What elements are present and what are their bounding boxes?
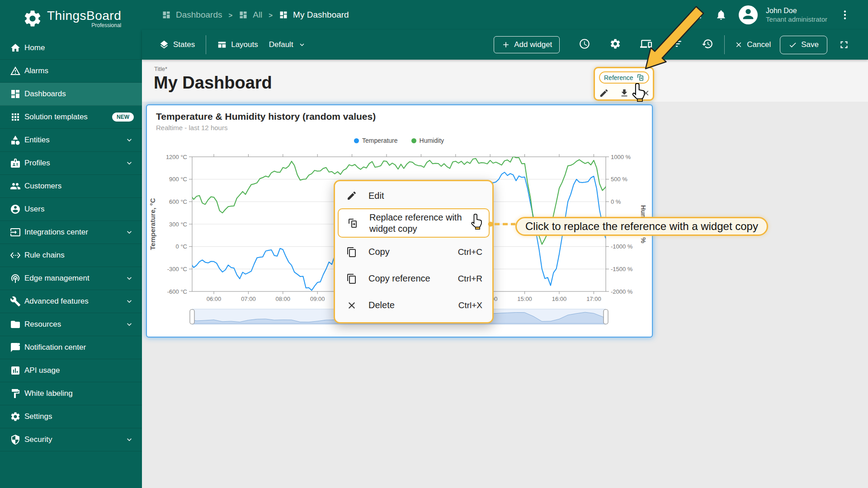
app-logo[interactable]: ThingsBoard Professional: [0, 0, 142, 37]
sidebar-item-notification-center[interactable]: Notification center: [0, 336, 142, 359]
reference-label: Reference: [604, 74, 633, 81]
highlighted-menu-item-box: Replace reference withwidget copy: [338, 208, 490, 238]
sidebar-item-alarms[interactable]: Alarms: [0, 60, 142, 83]
user-name: John Doe: [766, 6, 827, 15]
dashboard-settings-icon[interactable]: [609, 43, 621, 51]
sidebar-item-users[interactable]: Users: [0, 198, 142, 221]
chevron-down-icon: [125, 136, 134, 145]
layouts-button[interactable]: Layouts: [217, 40, 258, 50]
remove-icon[interactable]: [642, 89, 650, 97]
home-icon: [10, 42, 21, 53]
check-icon: [788, 41, 797, 49]
sidebar-item-edge-management[interactable]: Edge management: [0, 267, 142, 290]
edit-icon[interactable]: [599, 88, 609, 98]
sidebar-item-label: Users: [24, 205, 44, 214]
avatar[interactable]: [739, 5, 758, 24]
layout-select[interactable]: Default: [269, 40, 306, 49]
fullscreen-icon[interactable]: [692, 9, 703, 21]
settings-icon: [10, 411, 21, 422]
breadcrumb-separator: >: [269, 11, 273, 19]
menu-item-edit[interactable]: Edit: [335, 184, 492, 207]
svg-text:0 %: 0 %: [611, 198, 621, 205]
topbar-actions: John Doe Tenant administrator: [692, 5, 851, 24]
menu-item-replace-reference-with-widget-copy[interactable]: Replace reference withwidget copy: [339, 209, 489, 237]
menu-item-shortcut: Ctrl+X: [458, 300, 482, 310]
sidebar-nav: HomeAlarmsDashboardsSolution templatesNE…: [0, 37, 142, 451]
chevron-down-icon: [125, 297, 134, 306]
sidebar-item-integrations-center[interactable]: Integrations center: [0, 221, 142, 244]
menu-item-copy-reference[interactable]: Copy referenceCtrl+R: [335, 265, 492, 292]
breadcrumb-dashboards[interactable]: Dashboards: [162, 10, 222, 20]
sidebar-item-entities[interactable]: Entities: [0, 129, 142, 152]
pencil-icon: [346, 190, 357, 201]
person-icon: [741, 6, 756, 23]
menu-item-label: Delete: [368, 300, 447, 310]
svg-text:Temperature, °C: Temperature, °C: [149, 198, 156, 250]
copy-icon: [346, 273, 357, 284]
sidebar-item-label: Customers: [24, 182, 61, 191]
cancel-button[interactable]: Cancel: [735, 40, 771, 49]
download-icon[interactable]: [619, 88, 629, 98]
thingsboard-app: ThingsBoard Professional HomeAlarmsDashb…: [0, 0, 868, 488]
sidebar-item-white-labeling[interactable]: White labeling: [0, 382, 142, 405]
sidebar-item-dashboards[interactable]: Dashboards: [0, 83, 142, 106]
sidebar-item-label: Notification center: [24, 343, 86, 352]
notification-center-icon: [10, 342, 21, 353]
profiles-icon: [10, 158, 21, 169]
reference-badge[interactable]: Reference: [599, 71, 649, 84]
svg-text:-1000 %: -1000 %: [611, 243, 633, 250]
states-button[interactable]: States: [159, 40, 195, 50]
add-widget-label: Add widget: [514, 40, 552, 49]
breadcrumb: Dashboards>All>My Dashboard: [162, 10, 349, 20]
sidebar-item-customers[interactable]: Customers: [0, 175, 142, 198]
time-window-icon[interactable]: [579, 43, 590, 51]
toolbar-left: States Layouts Default: [159, 35, 306, 54]
svg-text:16:00: 16:00: [552, 296, 567, 302]
sidebar-item-advanced-features[interactable]: Advanced features: [0, 290, 142, 313]
sidebar-item-label: Resources: [24, 320, 61, 329]
svg-text:-2000 %: -2000 %: [611, 288, 633, 295]
sidebar-item-label: Advanced features: [24, 297, 89, 306]
menu-item-delete[interactable]: DeleteCtrl+X: [335, 292, 492, 319]
svg-text:-300 °C: -300 °C: [167, 266, 187, 272]
sidebar-item-label: Edge management: [24, 274, 90, 283]
notifications-bell-icon[interactable]: [715, 9, 727, 21]
user-block[interactable]: John Doe Tenant administrator: [766, 6, 827, 23]
save-label: Save: [801, 40, 819, 49]
entity-aliases-icon[interactable]: [671, 43, 683, 51]
sidebar-item-profiles[interactable]: Profiles: [0, 152, 142, 175]
kebab-menu-icon[interactable]: [839, 9, 851, 21]
breadcrumb-my-dashboard[interactable]: My Dashboard: [279, 10, 349, 20]
menu-item-label: Edit: [368, 191, 471, 201]
topbar: Dashboards>All>My Dashboard John Doe Ten…: [142, 0, 868, 30]
svg-text:-600 °C: -600 °C: [167, 288, 187, 295]
copy-icon: [346, 247, 357, 258]
chevron-down-icon: [298, 41, 306, 49]
dashboard-title-input[interactable]: My Dashboard: [154, 73, 272, 93]
sidebar-item-resources[interactable]: Resources: [0, 313, 142, 336]
menu-item-shortcut: Ctrl+R: [458, 274, 482, 284]
layout-value: Default: [269, 40, 293, 49]
breadcrumb-all[interactable]: All: [239, 10, 262, 20]
manage-layouts-icon[interactable]: [640, 43, 652, 51]
chevron-down-icon: [125, 159, 134, 168]
version-control-icon[interactable]: [702, 43, 713, 51]
sidebar-item-rule-chains[interactable]: Rule chains: [0, 244, 142, 267]
svg-text:1000 %: 1000 %: [611, 154, 631, 160]
save-button[interactable]: Save: [780, 36, 827, 54]
sidebar-item-settings[interactable]: Settings: [0, 405, 142, 428]
menu-item-copy[interactable]: CopyCtrl+C: [335, 239, 492, 265]
sidebar-item-home[interactable]: Home: [0, 37, 142, 60]
sidebar-item-security[interactable]: Security: [0, 428, 142, 451]
new-badge: NEW: [112, 113, 134, 122]
svg-text:07:00: 07:00: [241, 296, 256, 302]
menu-item-shortcut: Ctrl+C: [458, 247, 482, 257]
toolbar-divider: [724, 35, 725, 54]
add-widget-button[interactable]: Add widget: [494, 36, 560, 53]
sidebar-item-solution-templates[interactable]: Solution templatesNEW: [0, 106, 142, 129]
sidebar-item-api-usage[interactable]: API usage: [0, 359, 142, 382]
chevron-down-icon: [125, 435, 134, 444]
entities-icon: [10, 135, 21, 145]
menu-item-label: Replace reference withwidget copy: [369, 212, 470, 235]
fullscreen-icon[interactable]: [838, 39, 850, 51]
